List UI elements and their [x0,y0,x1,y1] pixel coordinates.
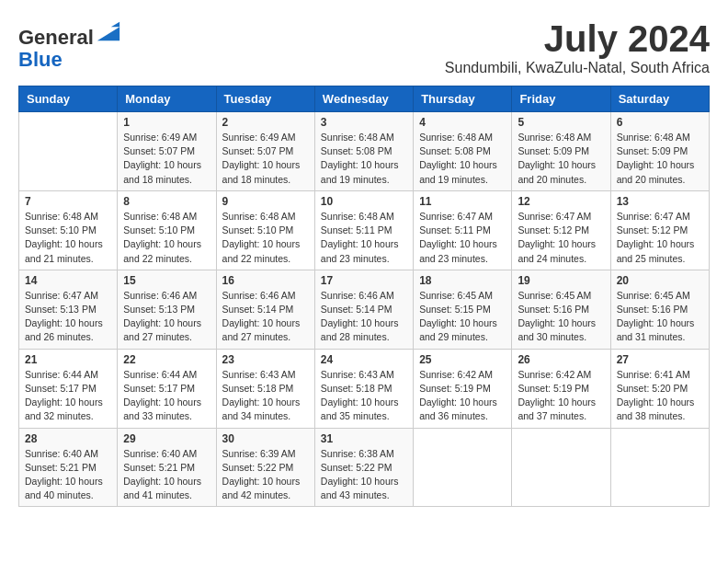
sunrise-text: Sunrise: 6:45 AM [617,290,690,301]
daylight-text: Daylight: 10 hours and 18 minutes. [222,159,301,184]
day-info: Sunrise: 6:45 AM Sunset: 5:16 PM Dayligh… [518,289,604,345]
day-number: 11 [419,195,506,208]
sunset-text: Sunset: 5:08 PM [419,145,491,156]
sunrise-text: Sunrise: 6:48 AM [518,132,591,143]
daylight-text: Daylight: 10 hours and 20 minutes. [518,159,596,184]
table-row: 13 Sunrise: 6:47 AM Sunset: 5:12 PM Dayl… [610,190,709,270]
calendar-week-2: 7 Sunrise: 6:48 AM Sunset: 5:10 PM Dayli… [19,190,710,270]
day-number: 15 [123,274,210,287]
daylight-text: Daylight: 10 hours and 43 minutes. [321,476,399,500]
sunrise-text: Sunrise: 6:46 AM [123,290,197,301]
table-row: 21 Sunrise: 6:44 AM Sunset: 5:17 PM Dayl… [19,349,118,428]
daylight-text: Daylight: 10 hours and 26 minutes. [25,317,103,342]
sunset-text: Sunset: 5:22 PM [222,462,294,473]
sunrise-text: Sunrise: 6:48 AM [321,211,394,222]
calendar-week-1: 1 Sunrise: 6:49 AM Sunset: 5:07 PM Dayli… [19,112,710,191]
day-info: Sunrise: 6:48 AM Sunset: 5:09 PM Dayligh… [518,131,604,187]
table-row: 30 Sunrise: 6:39 AM Sunset: 5:22 PM Dayl… [216,428,314,507]
day-info: Sunrise: 6:42 AM Sunset: 5:19 PM Dayligh… [419,368,506,424]
daylight-text: Daylight: 10 hours and 27 minutes. [222,317,301,342]
sunrise-text: Sunrise: 6:47 AM [25,290,98,301]
day-number: 5 [518,116,604,129]
table-row [512,428,610,507]
daylight-text: Daylight: 10 hours and 29 minutes. [419,317,497,342]
day-number: 7 [25,195,111,208]
day-number: 3 [321,116,407,129]
sunset-text: Sunset: 5:13 PM [123,304,195,315]
table-row: 23 Sunrise: 6:43 AM Sunset: 5:18 PM Dayl… [216,349,314,428]
daylight-text: Daylight: 10 hours and 22 minutes. [222,238,301,263]
day-number: 12 [518,195,604,208]
daylight-text: Daylight: 10 hours and 41 minutes. [123,476,201,500]
table-row: 25 Sunrise: 6:42 AM Sunset: 5:19 PM Dayl… [414,349,512,428]
location: Sundumbili, KwaZulu-Natal, South Africa [445,60,710,76]
sunset-text: Sunset: 5:13 PM [25,304,97,315]
sunrise-text: Sunrise: 6:42 AM [518,369,591,380]
day-info: Sunrise: 6:42 AM Sunset: 5:19 PM Dayligh… [518,368,604,424]
sunrise-text: Sunrise: 6:43 AM [321,369,394,380]
table-row: 5 Sunrise: 6:48 AM Sunset: 5:09 PM Dayli… [512,112,610,191]
sunset-text: Sunset: 5:21 PM [123,462,195,473]
day-number: 2 [222,116,309,129]
logo-blue: Blue [18,48,63,71]
day-number: 29 [123,432,210,445]
day-info: Sunrise: 6:45 AM Sunset: 5:15 PM Dayligh… [419,289,506,345]
day-info: Sunrise: 6:49 AM Sunset: 5:07 PM Dayligh… [123,131,210,187]
sunset-text: Sunset: 5:12 PM [518,224,589,236]
sunrise-text: Sunrise: 6:48 AM [25,211,98,222]
daylight-text: Daylight: 10 hours and 22 minutes. [123,238,201,263]
daylight-text: Daylight: 10 hours and 33 minutes. [123,396,201,421]
table-row [610,428,709,507]
sunrise-text: Sunrise: 6:46 AM [321,290,394,301]
table-row: 19 Sunrise: 6:45 AM Sunset: 5:16 PM Dayl… [512,270,610,349]
header-thursday: Thursday [414,86,512,112]
daylight-text: Daylight: 10 hours and 30 minutes. [518,317,596,342]
day-info: Sunrise: 6:40 AM Sunset: 5:21 PM Dayligh… [25,447,111,503]
sunrise-text: Sunrise: 6:39 AM [222,448,296,459]
day-number: 27 [617,353,703,366]
sunset-text: Sunset: 5:19 PM [419,383,491,394]
day-number: 22 [123,353,210,366]
table-row: 26 Sunrise: 6:42 AM Sunset: 5:19 PM Dayl… [512,349,610,428]
day-number: 30 [222,432,309,445]
day-number: 13 [617,195,703,208]
month-title: July 2024 [445,18,710,60]
sunrise-text: Sunrise: 6:41 AM [617,369,690,380]
sunrise-text: Sunrise: 6:48 AM [123,211,197,222]
day-info: Sunrise: 6:38 AM Sunset: 5:22 PM Dayligh… [321,447,407,503]
logo: General Blue [18,18,121,71]
sunset-text: Sunset: 5:10 PM [222,224,294,236]
day-info: Sunrise: 6:44 AM Sunset: 5:17 PM Dayligh… [25,368,111,424]
day-number: 23 [222,353,309,366]
table-row: 9 Sunrise: 6:48 AM Sunset: 5:10 PM Dayli… [216,190,314,270]
day-info: Sunrise: 6:48 AM Sunset: 5:10 PM Dayligh… [123,210,210,266]
day-number: 14 [25,274,111,287]
day-number: 26 [518,353,604,366]
header-saturday: Saturday [610,86,709,112]
day-number: 6 [617,116,703,129]
day-number: 10 [321,195,407,208]
sunrise-text: Sunrise: 6:47 AM [617,211,690,222]
day-info: Sunrise: 6:48 AM Sunset: 5:08 PM Dayligh… [321,131,407,187]
sunrise-text: Sunrise: 6:49 AM [123,132,197,143]
table-row: 24 Sunrise: 6:43 AM Sunset: 5:18 PM Dayl… [314,349,413,428]
daylight-text: Daylight: 10 hours and 18 minutes. [123,159,201,184]
table-row: 29 Sunrise: 6:40 AM Sunset: 5:21 PM Dayl… [118,428,216,507]
sunrise-text: Sunrise: 6:47 AM [518,211,591,222]
logo-general: General [18,26,94,49]
daylight-text: Daylight: 10 hours and 42 minutes. [222,476,301,500]
page-header: General Blue July 2024 Sundumbili, KwaZu… [18,18,710,76]
sunrise-text: Sunrise: 6:47 AM [419,211,493,222]
sunrise-text: Sunrise: 6:48 AM [222,211,296,222]
day-info: Sunrise: 6:45 AM Sunset: 5:16 PM Dayligh… [617,289,703,345]
header-wednesday: Wednesday [314,86,413,112]
table-row [19,112,118,191]
daylight-text: Daylight: 10 hours and 27 minutes. [123,317,201,342]
day-info: Sunrise: 6:40 AM Sunset: 5:21 PM Dayligh… [123,447,210,503]
day-info: Sunrise: 6:49 AM Sunset: 5:07 PM Dayligh… [222,131,309,187]
day-number: 4 [419,116,506,129]
day-number: 20 [617,274,703,287]
table-row [414,428,512,507]
calendar-week-3: 14 Sunrise: 6:47 AM Sunset: 5:13 PM Dayl… [19,270,710,349]
table-row: 11 Sunrise: 6:47 AM Sunset: 5:11 PM Dayl… [414,190,512,270]
